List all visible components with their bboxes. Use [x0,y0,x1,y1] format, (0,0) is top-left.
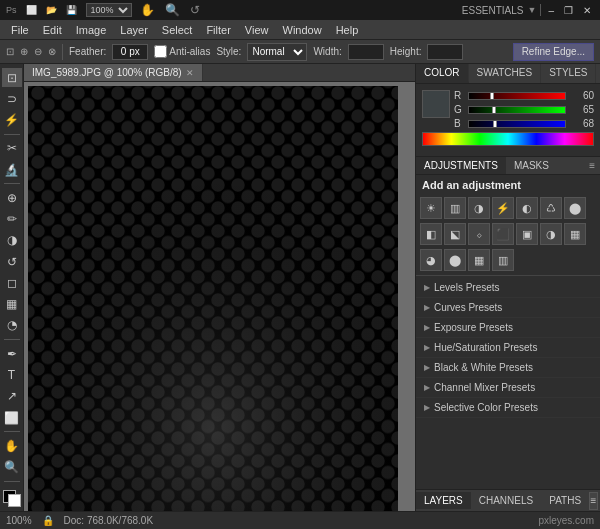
adj-invert-icon[interactable]: ⬛ [492,223,514,245]
r-slider[interactable] [468,92,566,100]
menu-select[interactable]: Select [155,22,200,38]
adj-levels-icon[interactable]: ▥ [444,197,466,219]
restore-btn[interactable]: ❐ [561,5,576,16]
menu-window[interactable]: Window [276,22,329,38]
tab-swatches[interactable]: SWATCHES [469,64,542,83]
title-bar-icons: ⬜ 📂 💾 [23,5,80,15]
layers-options-btn[interactable]: ≡ [589,492,598,510]
tool-hand[interactable]: ✋ [2,436,22,455]
tool-pen[interactable]: ✒ [2,344,22,363]
adjustments-panel: ADJUSTMENTS MASKS ≡ Add an adjustment ☀ … [416,157,600,511]
adj-pattern-icon[interactable]: ▦ [468,249,490,271]
preset-exposure[interactable]: ▶ Exposure Presets [416,318,600,338]
zoom-select[interactable]: 100% [86,3,132,17]
adj-curves-icon[interactable]: ◑ [468,197,490,219]
b-thumb[interactable] [493,120,497,128]
color-panel-collapse[interactable]: ≡ [596,64,600,83]
adj-threshold-icon[interactable]: ◑ [540,223,562,245]
menu-edit[interactable]: Edit [36,22,69,38]
adj-channelmix-icon[interactable]: ⬦ [468,223,490,245]
menu-image[interactable]: Image [69,22,114,38]
adj-photofilter-icon[interactable]: ⬕ [444,223,466,245]
color-spectrum[interactable] [422,132,594,146]
r-thumb[interactable] [490,92,494,100]
tool-marquee[interactable]: ⊡ [2,68,22,87]
tool-gradient[interactable]: ▦ [2,295,22,314]
minimize-btn[interactable]: – [545,5,557,16]
adj-brightness-icon[interactable]: ☀ [420,197,442,219]
adj-colorbalance-icon[interactable]: ⬤ [564,197,586,219]
preset-curves[interactable]: ▶ Curves Presets [416,298,600,318]
doc-tab[interactable]: IMG_5989.JPG @ 100% (RGB/8) ✕ [24,64,203,81]
height-input[interactable] [427,44,463,60]
tab-styles[interactable]: STYLES [541,64,596,83]
tool-clone[interactable]: ◑ [2,231,22,250]
style-select[interactable]: Normal [247,43,307,61]
menu-filter[interactable]: Filter [199,22,237,38]
adj-hue-icon[interactable]: ♺ [540,197,562,219]
doc-close-btn[interactable]: ✕ [186,68,194,78]
canvas-scroll[interactable]: // We'll just use SVG pattern [24,82,415,511]
tool-zoom[interactable]: 🔍 [2,457,22,476]
tool-path-select[interactable]: ↗ [2,387,22,406]
watermark: pxleyes.com [538,515,594,526]
preset-bw[interactable]: ▶ Black & White Presets [416,358,600,378]
refine-edge-button[interactable]: Refine Edge... [513,43,594,61]
icon-save[interactable]: 💾 [63,5,80,15]
preset-hue[interactable]: ▶ Hue/Saturation Presets [416,338,600,358]
status-lock-icon: 🔒 [42,515,54,526]
tab-masks[interactable]: MASKS [506,157,557,174]
hand-icon[interactable]: ✋ [138,3,157,17]
color-swatch[interactable] [3,490,21,507]
adj-bw-icon[interactable]: ◧ [420,223,442,245]
adj-gradientfill-icon[interactable]: ▥ [492,249,514,271]
adj-vibrance-icon[interactable]: ◐ [516,197,538,219]
canvas-content: // We'll just use SVG pattern [28,86,398,511]
g-slider[interactable] [468,106,566,114]
tab-color[interactable]: COLOR [416,64,469,83]
tool-crop[interactable]: ✂ [2,139,22,158]
menu-help[interactable]: Help [329,22,366,38]
menu-layer[interactable]: Layer [113,22,155,38]
feather-input[interactable] [112,44,148,60]
adj-solid-icon[interactable]: ⬤ [444,249,466,271]
tool-shape[interactable]: ⬜ [2,408,22,427]
tool-brush[interactable]: ✏ [2,210,22,229]
icon-open[interactable]: 📂 [43,5,60,15]
essentials-dropdown[interactable]: ▼ [528,5,537,15]
preset-curves-label: Curves Presets [434,302,502,313]
tool-heal[interactable]: ⊕ [2,188,22,207]
antialias-checkbox[interactable] [154,45,167,58]
preset-selectivecolor[interactable]: ▶ Selective Color Presets [416,398,600,418]
tab-adjustments[interactable]: ADJUSTMENTS [416,157,506,174]
tab-channels[interactable]: CHANNELS [471,492,541,509]
tool-eraser[interactable]: ◻ [2,273,22,292]
menu-file[interactable]: File [4,22,36,38]
adj-posterize-icon[interactable]: ▣ [516,223,538,245]
tool-lasso[interactable]: ⊃ [2,89,22,108]
b-slider[interactable] [468,120,566,128]
adj-gradient-icon[interactable]: ▦ [564,223,586,245]
g-thumb[interactable] [492,106,496,114]
tab-paths[interactable]: PATHS [541,492,589,509]
zoom-icon[interactable]: 🔍 [163,3,182,17]
preset-levels[interactable]: ▶ Levels Presets [416,278,600,298]
tab-layers[interactable]: LAYERS [416,492,471,509]
rotate-icon[interactable]: ↺ [188,3,202,17]
adj-selectcolor-icon[interactable]: ◕ [420,249,442,271]
tool-eyedropper[interactable]: 🔬 [2,160,22,179]
tool-blur[interactable]: ◔ [2,316,22,335]
tool-type[interactable]: T [2,365,22,384]
preset-channelmix[interactable]: ▶ Channel Mixer Presets [416,378,600,398]
tool-history[interactable]: ↺ [2,252,22,271]
tool-magic-wand[interactable]: ⚡ [2,111,22,130]
color-preview[interactable] [422,90,450,118]
width-input[interactable] [348,44,384,60]
b-value: 68 [570,118,594,129]
background-color[interactable] [8,494,21,507]
close-btn[interactable]: ✕ [580,5,594,16]
menu-view[interactable]: View [238,22,276,38]
icon-newdoc[interactable]: ⬜ [23,5,40,15]
adj-exposure-icon[interactable]: ⚡ [492,197,514,219]
adj-panel-collapse[interactable]: ≡ [584,157,600,174]
